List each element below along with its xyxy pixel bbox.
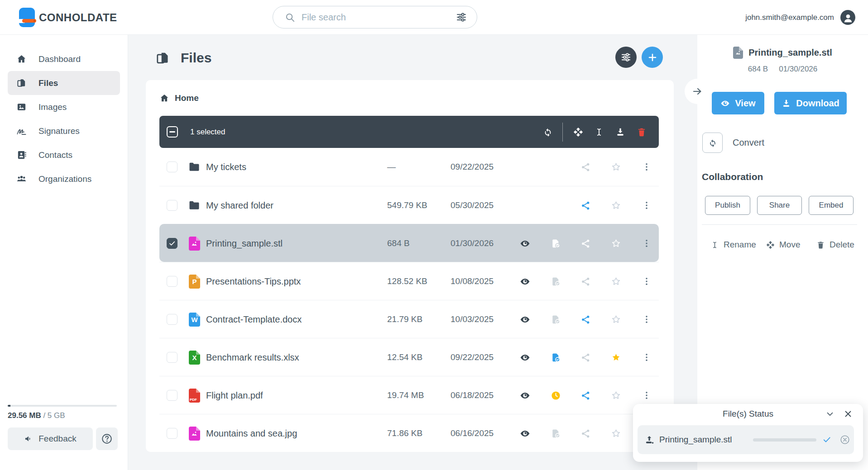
file-status-icon[interactable]: [547, 300, 565, 338]
storage-progressbar: [8, 405, 117, 407]
table-row[interactable]: PDF Flight plan.pdf 19.74 MB 06/18/2025: [159, 376, 659, 414]
delete-button[interactable]: [633, 116, 651, 148]
file-status-icon[interactable]: [547, 224, 565, 262]
more-options-icon[interactable]: [638, 186, 656, 224]
star-icon[interactable]: [607, 414, 625, 452]
file-status-icon[interactable]: [547, 338, 565, 376]
view-button[interactable]: View: [712, 92, 764, 114]
sidebar-item-signatures[interactable]: Signatures: [0, 119, 128, 143]
preview-eye-icon[interactable]: [516, 376, 534, 414]
page-title: Files: [155, 50, 211, 66]
search-icon: [285, 12, 295, 23]
eye-icon: [720, 99, 730, 108]
row-checkbox[interactable]: [167, 238, 177, 249]
breadcrumb[interactable]: Home: [159, 80, 199, 116]
file-name: Printing_sample.stl: [206, 224, 283, 262]
table-row[interactable]: My shared folder 549.79 KB 05/30/2025: [159, 186, 659, 224]
avatar[interactable]: [840, 10, 855, 25]
star-icon[interactable]: [607, 148, 625, 186]
speaker-icon: [24, 434, 33, 443]
select-all-checkbox[interactable]: [167, 126, 178, 138]
row-checkbox[interactable]: [167, 352, 177, 363]
share-icon[interactable]: [576, 224, 595, 262]
refresh-button[interactable]: [539, 116, 557, 148]
sidebar-item-images[interactable]: Images: [0, 95, 128, 119]
home-icon: [16, 54, 27, 64]
row-checkbox[interactable]: [167, 428, 177, 439]
share-icon[interactable]: [576, 262, 595, 300]
chevron-down-icon[interactable]: [825, 409, 835, 419]
download-button[interactable]: Download: [774, 92, 847, 114]
files-icon: [16, 78, 27, 88]
refresh-icon: [708, 138, 717, 147]
row-checkbox[interactable]: [167, 390, 177, 401]
preview-eye-icon[interactable]: [516, 224, 534, 262]
more-options-icon[interactable]: [638, 300, 656, 338]
share-icon[interactable]: [576, 300, 595, 338]
star-icon[interactable]: [607, 300, 625, 338]
table-row[interactable]: W Contract-Template.docx 21.79 KB 10/03/…: [159, 300, 659, 338]
download-button[interactable]: [611, 116, 629, 148]
share-button[interactable]: Share: [757, 196, 802, 215]
rename-action[interactable]: Rename: [710, 235, 756, 255]
convert-button[interactable]: [702, 133, 723, 153]
publish-button[interactable]: Publish: [705, 196, 750, 215]
file-status-icon[interactable]: [547, 262, 565, 300]
download-label: Download: [796, 98, 839, 109]
star-icon[interactable]: [607, 338, 625, 376]
cancel-circle-icon[interactable]: [839, 434, 850, 445]
convert-label[interactable]: Convert: [733, 133, 764, 153]
preview-eye-icon[interactable]: [516, 338, 534, 376]
sidebar-item-files[interactable]: Files: [8, 71, 120, 95]
sidebar: Dashboard Files Images Signatures Contac…: [0, 35, 128, 470]
search-input[interactable]: [302, 12, 456, 23]
file-name: Flight plan.pdf: [206, 376, 263, 414]
collapse-panel-button[interactable]: [685, 79, 710, 104]
file-status-icon[interactable]: [547, 414, 565, 452]
share-icon[interactable]: [576, 148, 595, 186]
table-row[interactable]: Mountains and sea.jpg 71.86 KB 06/16/202…: [159, 414, 659, 452]
clock-pending-icon[interactable]: [547, 376, 565, 414]
share-icon[interactable]: [576, 338, 595, 376]
more-options-icon[interactable]: [638, 148, 656, 186]
help-button[interactable]: [96, 427, 118, 450]
share-icon[interactable]: [576, 376, 595, 414]
close-icon[interactable]: [843, 409, 853, 419]
preview-eye-icon[interactable]: [516, 262, 534, 300]
sidebar-item-organizations[interactable]: Organizations: [0, 167, 128, 191]
more-options-icon[interactable]: [638, 338, 656, 376]
move-button[interactable]: [569, 116, 587, 148]
star-icon[interactable]: [607, 262, 625, 300]
delete-action[interactable]: Delete: [816, 235, 854, 255]
table-row-selected[interactable]: Printing_sample.stl 684 B 01/30/2026: [159, 224, 659, 262]
sidebar-item-contacts[interactable]: Contacts: [0, 143, 128, 167]
embed-button[interactable]: Embed: [809, 196, 854, 215]
view-settings-button[interactable]: [615, 47, 637, 68]
sidebar-item-dashboard[interactable]: Dashboard: [0, 47, 128, 71]
more-options-icon[interactable]: [638, 224, 656, 262]
add-button[interactable]: [642, 47, 663, 68]
feedback-button[interactable]: Feedback: [8, 427, 93, 450]
preview-eye-icon[interactable]: [516, 414, 534, 452]
row-checkbox[interactable]: [167, 200, 177, 211]
file-date: 01/30/2026: [451, 224, 494, 262]
table-row[interactable]: P Presentations-Tips.pptx 128.52 KB 10/0…: [159, 262, 659, 300]
star-icon[interactable]: [607, 186, 625, 224]
preview-eye-icon[interactable]: [516, 300, 534, 338]
share-icon[interactable]: [576, 186, 595, 224]
sliders-icon: [621, 52, 631, 62]
brand-logo[interactable]: CONHOLDATE: [19, 8, 117, 27]
table-row[interactable]: My tickets — 09/22/2025: [159, 148, 659, 186]
share-icon[interactable]: [576, 414, 595, 452]
star-icon[interactable]: [607, 224, 625, 262]
rename-button[interactable]: [590, 116, 608, 148]
row-checkbox[interactable]: [167, 276, 177, 287]
row-checkbox[interactable]: [167, 314, 177, 325]
star-icon[interactable]: [607, 376, 625, 414]
move-action[interactable]: Move: [766, 235, 800, 255]
row-checkbox[interactable]: [167, 161, 177, 172]
more-options-icon[interactable]: [638, 262, 656, 300]
search-filter-icon[interactable]: [456, 12, 467, 23]
file-date: 06/18/2025: [451, 376, 494, 414]
table-row[interactable]: X Benchmark results.xlsx 12.54 KB 09/22/…: [159, 338, 659, 376]
